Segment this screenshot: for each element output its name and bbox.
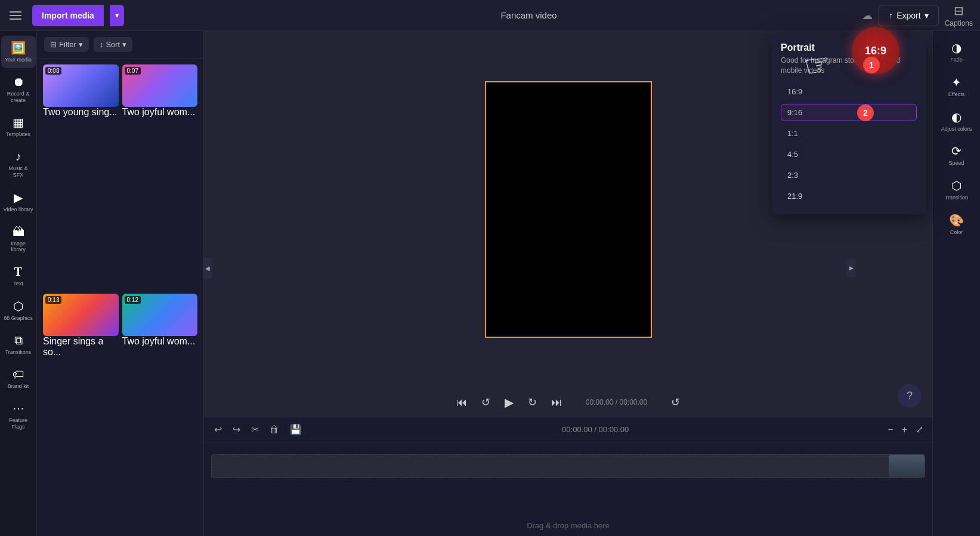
filter-icon: ⊟ [50, 40, 57, 49]
skip-back-button[interactable]: ⏮ [454, 394, 469, 411]
media-duration: 0:08 [45, 67, 61, 75]
sort-dropdown-icon: ▾ [122, 40, 126, 49]
adjust-colors-icon: ◐ [951, 110, 962, 124]
save-button[interactable]: 💾 [287, 422, 305, 437]
delete-button[interactable]: 🗑 [267, 423, 282, 437]
music-sfx-icon: ♪ [16, 150, 21, 164]
help-button[interactable]: ? [898, 384, 922, 408]
right-tool-transition[interactable]: ⬡ Transition [935, 174, 978, 206]
right-tool-label: Speed [948, 160, 964, 167]
media-thumbnail[interactable]: 0:07 [122, 64, 198, 107]
graphics-icon: ⬡ [13, 299, 23, 313]
sidebar-item-label: Music & SFX [4, 165, 33, 178]
timeline-track [211, 454, 925, 484]
right-tools-panel: ◑ Fade ✦ Effects ◐ Adjust colors ⟳ Speed… [932, 31, 980, 536]
export-button[interactable]: ↑ Export ▾ [879, 5, 938, 26]
right-panel-collapse-button[interactable]: ▶ [847, 258, 855, 278]
media-duration: 0:12 [125, 296, 141, 304]
sidebar-item-your-media[interactable]: 🖼️ Your media [1, 36, 36, 68]
media-duration: 0:07 [125, 67, 141, 75]
aspect-option-9-16[interactable]: 9:16 [781, 104, 917, 121]
media-title: Singer sings a so... [43, 336, 119, 358]
media-thumbnail[interactable]: 0:08 [43, 64, 119, 107]
sidebar-item-label: Brand kit [8, 383, 29, 390]
sort-button[interactable]: ↕ Sort ▾ [94, 37, 132, 52]
media-panel-header: ⊟ Filter ▾ ↕ Sort ▾ [37, 31, 203, 58]
sidebar-item-music-sfx[interactable]: ♪ Music & SFX [1, 145, 36, 183]
right-tool-label: Transition [945, 195, 968, 201]
zoom-in-button[interactable]: + [900, 422, 909, 437]
right-tool-fade[interactable]: ◑ Fade [935, 36, 978, 68]
list-item[interactable]: 0:13 Singer sings a so... [43, 294, 119, 530]
timeline-controls-right: ↺ [669, 393, 682, 411]
captions-icon: ⊟ [954, 4, 964, 18]
topbar: Import media ▾ Fancam video ☁ ↑ Export ▾… [0, 0, 980, 31]
aspect-ratio-popup: Portrait Good for Instagram stories, IGT… [771, 33, 926, 214]
timeline-track-area: Drag & drop media here [204, 442, 932, 536]
feature-flags-icon: ⋯ [13, 401, 24, 415]
sidebar-item-label: Video library [4, 207, 33, 213]
undo-button[interactable]: ↩ [211, 422, 225, 437]
transition-icon: ⬡ [951, 178, 962, 193]
rewind-5s-button[interactable]: ↺ [479, 393, 493, 411]
cut-button[interactable]: ✂ [248, 422, 262, 437]
sidebar-item-label: Feature Flags [4, 417, 33, 430]
forward-5s-button[interactable]: ↻ [525, 393, 539, 411]
timeline-zoom-controls: − + ⤢ [886, 422, 925, 437]
step-badge-1: 1 [863, 57, 880, 73]
refresh-button[interactable]: ↺ [669, 393, 682, 411]
sidebar-item-templates[interactable]: ▦ Templates [1, 110, 36, 143]
text-icon: T [14, 265, 22, 279]
sidebar-item-feature-flags[interactable]: ⋯ Feature Flags [1, 396, 36, 435]
sidebar-item-label: Transitions [5, 349, 32, 356]
right-tool-color[interactable]: 🎨 Color [935, 208, 978, 241]
panel-collapse-button[interactable]: ◀ [203, 257, 212, 279]
media-thumbnail[interactable]: 0:13 [43, 294, 119, 336]
record-create-icon: ⏺ [13, 75, 24, 89]
captions-button[interactable]: ⊟ Captions [945, 4, 973, 27]
sidebar-item-text[interactable]: T Text [1, 260, 36, 292]
right-tool-effects[interactable]: ✦ Effects [935, 70, 978, 103]
sidebar-item-record-create[interactable]: ⏺ Record & create [1, 70, 36, 109]
aspect-option-1-1[interactable]: 1:1 [781, 125, 917, 142]
timeline-toolbar: ↩ ↪ ✂ 🗑 💾 00:00.00 / 00:00.00 − + ⤢ [204, 417, 932, 442]
main-area: 🖼️ Your media ⏺ Record & create ▦ Templa… [0, 31, 980, 536]
hamburger-button[interactable] [7, 6, 26, 25]
sidebar-item-label: 88 Graphics [4, 315, 33, 322]
import-media-button[interactable]: Import media [32, 5, 104, 26]
redo-button[interactable]: ↪ [230, 422, 243, 437]
sidebar-item-label: Image library [4, 241, 33, 254]
right-tool-adjust-colors[interactable]: ◐ Adjust colors [935, 105, 978, 137]
image-library-icon: 🏔 [13, 225, 24, 239]
sidebar-item-graphics[interactable]: ⬡ 88 Graphics [1, 294, 36, 326]
media-duration: 0:13 [45, 296, 61, 304]
list-item[interactable]: 0:07 Two joyful wom... [122, 64, 198, 290]
topbar-right: ↑ Export ▾ ⊟ Captions [879, 4, 973, 27]
export-dropdown-icon: ▾ [925, 11, 929, 20]
fit-button[interactable]: ⤢ [914, 422, 925, 437]
right-tool-speed[interactable]: ⟳ Speed [935, 139, 978, 171]
aspect-option-2-3[interactable]: 2:3 [781, 167, 917, 184]
media-title: Two young sing... [43, 107, 119, 118]
sidebar-item-image-library[interactable]: 🏔 Image library [1, 220, 36, 258]
list-item[interactable]: 0:12 Two joyful wom... [122, 294, 198, 530]
video-canvas [485, 81, 652, 338]
sidebar-item-transitions[interactable]: ⧉ Transitions [1, 329, 36, 361]
list-item[interactable]: 0:08 Two young sing... [43, 64, 119, 290]
aspect-option-16-9[interactable]: 16:9 [781, 83, 917, 100]
filter-button[interactable]: ⊟ Filter ▾ [44, 37, 89, 52]
sidebar-item-video-library[interactable]: ▶ Video library [1, 186, 36, 218]
media-thumbnail[interactable]: 0:12 [122, 294, 198, 336]
fade-icon: ◑ [951, 41, 962, 55]
skip-forward-button[interactable]: ⏭ [549, 394, 564, 411]
track-clip[interactable] [889, 455, 925, 478]
your-media-icon: 🖼️ [11, 41, 26, 55]
play-button[interactable]: ▶ [502, 393, 516, 412]
sidebar-item-label: Record & create [4, 91, 33, 104]
import-dropdown-button[interactable]: ▾ [110, 5, 124, 26]
sidebar-item-brand-kit[interactable]: 🏷 Brand kit [1, 363, 36, 395]
zoom-out-button[interactable]: − [886, 422, 895, 437]
aspect-option-21-9[interactable]: 21:9 [781, 187, 917, 205]
aspect-option-4-5[interactable]: 4:5 [781, 146, 917, 163]
project-title: Fancam video [130, 10, 928, 20]
